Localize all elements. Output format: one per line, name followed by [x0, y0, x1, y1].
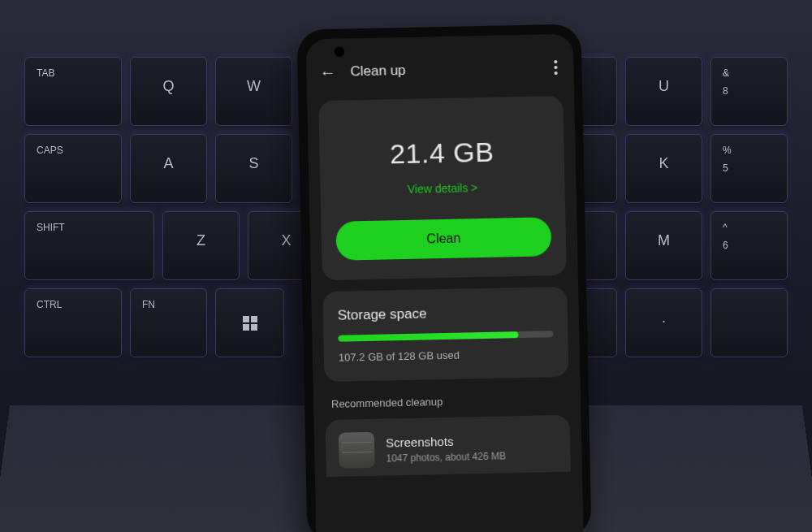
- key-q: Q: [130, 57, 207, 126]
- clean-button[interactable]: Clean: [335, 217, 551, 261]
- view-details-link[interactable]: View details >: [408, 181, 478, 196]
- key-period: .: [625, 288, 702, 357]
- recommended-section-title: Recommended cleanup: [331, 393, 563, 410]
- page-title: Clean up: [350, 59, 551, 80]
- recommended-item-screenshots[interactable]: Screenshots 1047 photos, about 426 MB: [325, 415, 570, 477]
- app-topbar: ← Clean up: [306, 34, 574, 95]
- storage-progress-bar: [338, 331, 553, 342]
- back-arrow-icon[interactable]: ←: [319, 63, 335, 81]
- key-8: &8: [710, 57, 788, 126]
- key-a: A: [130, 134, 207, 203]
- key-blank: [710, 288, 788, 357]
- phone-screen: ← Clean up 21.4 GB View details > Clean …: [306, 34, 584, 532]
- key-m: M: [625, 211, 702, 280]
- key-k: K: [625, 134, 702, 203]
- key-fn: FN: [130, 288, 207, 357]
- key-caps: CAPS: [24, 134, 122, 203]
- cleanable-size: 21.4 GB: [390, 136, 495, 171]
- storage-progress-fill: [338, 331, 518, 342]
- kebab-menu-icon[interactable]: [551, 57, 561, 78]
- recommended-item-name: Screenshots: [386, 432, 557, 449]
- key-tab: TAB: [24, 57, 122, 126]
- key-windows: [215, 288, 284, 357]
- windows-icon: [243, 316, 257, 331]
- key-u: U: [625, 57, 702, 126]
- cleanup-summary-card: 21.4 GB View details > Clean: [318, 96, 567, 280]
- key-w: W: [215, 57, 292, 126]
- phone-device: ← Clean up 21.4 GB View details > Clean …: [296, 24, 591, 532]
- storage-space-card[interactable]: Storage space 107.2 GB of 128 GB used: [322, 287, 568, 382]
- screenshots-thumbnail-icon: [339, 432, 375, 469]
- key-shift: SHIFT: [24, 211, 154, 280]
- key-ctrl: CTRL: [24, 288, 122, 357]
- key-z: Z: [162, 211, 240, 280]
- recommended-item-meta: 1047 photos, about 426 MB: [386, 449, 557, 464]
- storage-subtitle: 107.2 GB of 128 GB used: [339, 347, 554, 364]
- storage-title: Storage space: [338, 303, 553, 324]
- key-6: ^6: [710, 211, 788, 280]
- key-5: %5: [710, 134, 788, 203]
- key-s: S: [215, 134, 292, 203]
